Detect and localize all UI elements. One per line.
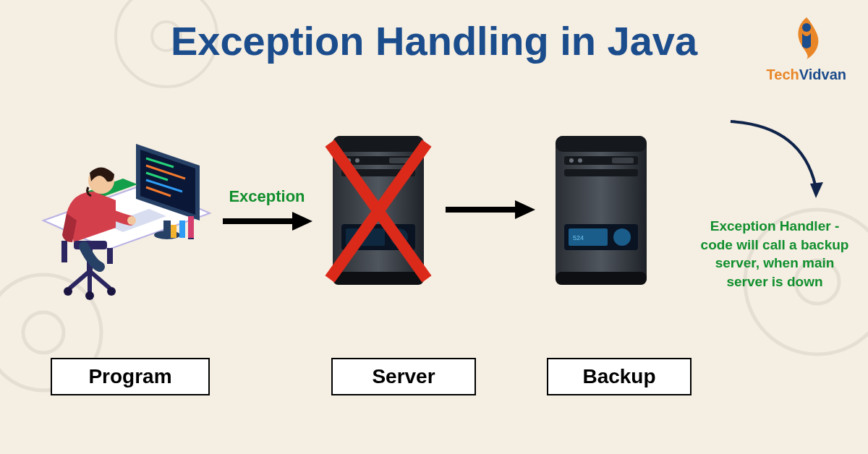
svg-point-56 (569, 158, 574, 163)
svg-line-30 (69, 271, 90, 288)
svg-rect-58 (612, 158, 634, 163)
svg-rect-59 (564, 169, 638, 176)
svg-rect-48 (333, 272, 424, 285)
svg-point-33 (64, 287, 72, 296)
arrow-right-icon (220, 210, 314, 232)
label-backup: Backup (547, 358, 692, 395)
svg-point-34 (107, 287, 116, 296)
svg-rect-54 (556, 136, 647, 152)
labels-row: Program Server Backup (22, 358, 846, 401)
backup-server-illustration: 524 (540, 123, 663, 296)
server-down-illustration (317, 123, 440, 296)
label-program: Program (51, 358, 210, 395)
server-tower-icon: 524 (540, 123, 663, 296)
programmer-icon (22, 112, 217, 307)
svg-point-3 (23, 312, 64, 353)
page-title: Exception Handling in Java (171, 17, 697, 64)
logo-glyph-icon (785, 14, 828, 61)
svg-point-27 (127, 216, 136, 225)
svg-rect-24 (179, 220, 185, 238)
curved-arrow-icon (716, 108, 839, 210)
arrow-server-to-backup (443, 199, 537, 220)
svg-marker-52 (515, 200, 535, 219)
svg-point-35 (85, 291, 94, 300)
svg-marker-65 (810, 182, 823, 198)
arrow-right-icon (443, 199, 537, 220)
svg-rect-39 (333, 136, 424, 152)
svg-marker-37 (292, 212, 312, 231)
svg-rect-25 (188, 216, 194, 238)
svg-rect-18 (163, 220, 171, 232)
svg-point-57 (578, 158, 582, 163)
arrow-label-exception: Exception (229, 187, 305, 206)
svg-rect-8 (61, 241, 67, 262)
svg-text:524: 524 (573, 234, 584, 241)
server-tower-icon (317, 123, 440, 296)
svg-rect-23 (171, 225, 176, 238)
arrow-program-to-server: Exception (220, 187, 314, 232)
brand-name: TechVidvan (767, 67, 846, 83)
programmer-illustration (22, 112, 217, 307)
svg-point-42 (355, 158, 359, 163)
svg-rect-9 (107, 248, 113, 264)
svg-rect-64 (556, 272, 647, 285)
svg-point-63 (613, 228, 631, 246)
handler-description: Exception Handler - code will call a bac… (699, 217, 851, 291)
svg-line-31 (90, 271, 110, 288)
label-server: Server (331, 358, 476, 395)
brand-logo: TechVidvan (767, 14, 846, 83)
svg-point-6 (802, 23, 811, 32)
